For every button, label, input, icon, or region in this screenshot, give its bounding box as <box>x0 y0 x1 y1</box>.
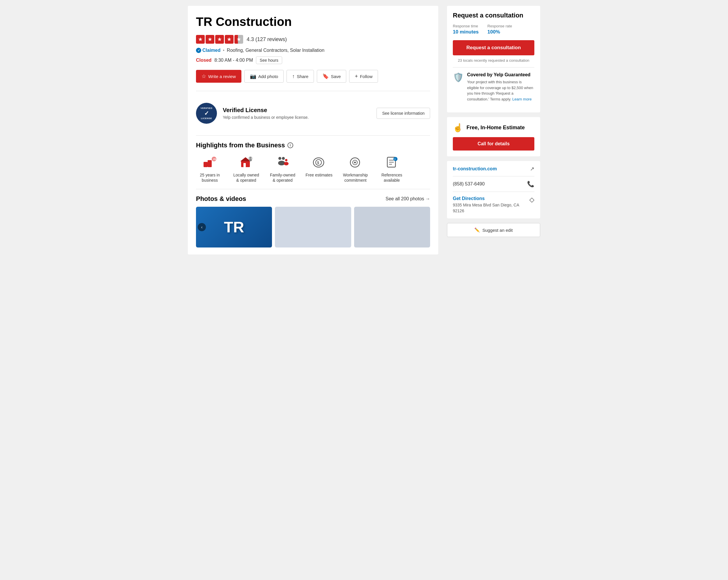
share-icon: ↑ <box>292 73 295 79</box>
tr-logo-photo: TR <box>196 207 272 247</box>
save-button[interactable]: 🔖 Save <box>317 70 346 83</box>
yelp-guaranteed-section: 🛡️ Covered by Yelp Guaranteed Your proje… <box>453 67 535 107</box>
highlights-title: Highlights from the Business i <box>196 141 430 149</box>
pencil-icon: ✏️ <box>474 228 480 233</box>
guaranteed-title: Covered by Yelp Guaranteed <box>467 72 535 77</box>
highlight-25years-label: 25 years in business <box>196 173 224 183</box>
highlight-locally-owned-label: Locally owned & operated <box>232 173 260 183</box>
star-4: ★ <box>225 35 234 44</box>
claimed-row: ✓ Claimed • Roofing, General Contractors… <box>196 48 430 53</box>
response-time-label: Response time <box>453 24 479 28</box>
status-badge: Closed <box>196 58 211 63</box>
address-row: Get Directions 9335 Mira Mesa Blvd San D… <box>453 196 535 214</box>
svg-rect-1 <box>208 160 212 167</box>
star-rating[interactable]: ★ ★ ★ ★ ★ <box>196 35 243 44</box>
claimed-check-icon: ✓ <box>196 48 201 53</box>
locally-owned-icon <box>239 155 254 169</box>
response-rate-value: 100% <box>488 29 500 35</box>
photos-grid: TR ‹ <box>196 207 430 247</box>
plus-icon: + <box>355 73 358 79</box>
photos-header: Photos & videos See all 200 photos → <box>196 195 430 203</box>
phone-icon[interactable]: 📞 <box>527 181 535 187</box>
contact-card: tr-construction.com ↗ (858) 537-6490 📞 G… <box>447 161 540 218</box>
website-row: tr-construction.com ↗ <box>453 166 535 177</box>
highlights-section: Highlights from the Business i 25 25 yea… <box>196 141 430 183</box>
free-estimate-card: ☝️ Free, In-Home Estimate Call for detai… <box>447 117 540 156</box>
see-license-button[interactable]: See license information <box>376 108 430 119</box>
response-time-value: 10 minutes <box>453 29 479 35</box>
website-link[interactable]: tr-construction.com <box>453 166 497 172</box>
hours-text: 8:30 AM - 4:00 PM <box>214 58 253 63</box>
svg-point-9 <box>249 159 252 161</box>
response-rate-label: Response rate <box>488 24 512 28</box>
response-rate-item: Response rate 100% <box>488 24 512 35</box>
verified-badge-icon: VERIFIED ✓ LICENSE <box>196 103 217 124</box>
divider-2 <box>196 135 430 136</box>
info-icon[interactable]: i <box>287 142 293 148</box>
suggest-edit-button[interactable]: ✏️ Suggest an edit <box>447 223 540 237</box>
highlight-workmanship-label: Workmanship commitment <box>342 173 369 183</box>
highlight-references: i References available <box>378 155 406 183</box>
divider-3 <box>196 189 430 189</box>
call-for-details-button[interactable]: Call for details <box>453 137 535 151</box>
svg-point-10 <box>278 157 281 160</box>
add-photo-button[interactable]: 📷 Add photo <box>244 70 284 83</box>
highlight-free-estimates: $ Free estimates <box>305 155 333 183</box>
hand-icon: ☝️ <box>453 123 463 132</box>
directions-icon[interactable]: ◇ <box>529 196 535 204</box>
phone-number[interactable]: (858) 537-6490 <box>453 181 485 187</box>
photo-prev-button[interactable]: ‹ <box>198 223 206 231</box>
verified-license-section: VERIFIED ✓ LICENSE Verified License Yelp… <box>196 97 430 130</box>
photo-thumb-2[interactable] <box>275 207 351 247</box>
share-label: Share <box>297 74 308 79</box>
svg-point-11 <box>282 157 285 160</box>
external-link-icon[interactable]: ↗ <box>530 166 535 172</box>
photo-thumb-1[interactable]: TR ‹ <box>196 207 272 247</box>
write-review-button[interactable]: ☆ Write a review <box>196 70 241 83</box>
divider-1 <box>196 91 430 91</box>
action-row: ☆ Write a review 📷 Add photo ↑ Share 🔖 S… <box>196 70 430 83</box>
share-button[interactable]: ↑ Share <box>287 70 314 83</box>
highlights-grid: 25 25 years in business <box>196 155 430 183</box>
yelp-shield-icon: 🛡️ <box>453 72 464 102</box>
years-icon: 25 <box>203 155 217 169</box>
suggest-edit-label: Suggest an edit <box>482 228 513 233</box>
photo-interior-2 <box>354 207 430 247</box>
response-row: Response time 10 minutes Response rate 1… <box>453 24 535 35</box>
highlight-25years: 25 25 years in business <box>196 155 224 183</box>
bookmark-icon: 🔖 <box>322 73 329 79</box>
follow-label: Follow <box>360 74 372 79</box>
star-2: ★ <box>206 35 214 44</box>
highlight-family-owned-label: Family-owned & operated <box>269 173 296 183</box>
svg-point-13 <box>285 159 287 161</box>
review-count[interactable]: 4.3 (127 reviews) <box>246 36 287 43</box>
estimate-row: ☝️ Free, In-Home Estimate <box>453 123 535 132</box>
photos-section-title: Photos & videos <box>196 195 246 203</box>
camera-icon: 📷 <box>250 73 256 79</box>
follow-button[interactable]: + Follow <box>349 70 378 83</box>
response-time-item: Response time 10 minutes <box>453 24 479 35</box>
see-hours-button[interactable]: See hours <box>256 56 282 64</box>
business-categories[interactable]: Roofing, General Contractors, Solar Inst… <box>227 48 324 53</box>
svg-text:$: $ <box>317 161 319 165</box>
svg-point-20 <box>354 162 356 163</box>
references-icon: i <box>385 155 399 169</box>
write-review-label: Write a review <box>208 74 236 79</box>
svg-point-8 <box>250 157 251 159</box>
star-icon: ☆ <box>202 73 206 79</box>
svg-rect-0 <box>204 162 208 167</box>
highlight-workmanship: Workmanship commitment <box>342 155 369 183</box>
get-directions-link[interactable]: Get Directions <box>453 196 529 201</box>
tr-logo-text: TR <box>224 218 244 236</box>
request-consultation-button[interactable]: Request a consultation <box>453 40 535 55</box>
svg-rect-6 <box>243 163 246 167</box>
highlight-family-owned: Family-owned & operated <box>269 155 296 183</box>
learn-more-link[interactable]: Learn more <box>512 97 531 101</box>
see-all-photos-link[interactable]: See all 200 photos → <box>386 196 430 202</box>
locals-text: 23 locals recently requested a consultat… <box>453 58 535 62</box>
photo-thumb-3[interactable] <box>354 207 430 247</box>
save-label: Save <box>331 74 341 79</box>
verified-license-title: Verified License <box>223 107 371 113</box>
star-5-half: ★ <box>234 35 243 44</box>
star-1: ★ <box>196 35 205 44</box>
